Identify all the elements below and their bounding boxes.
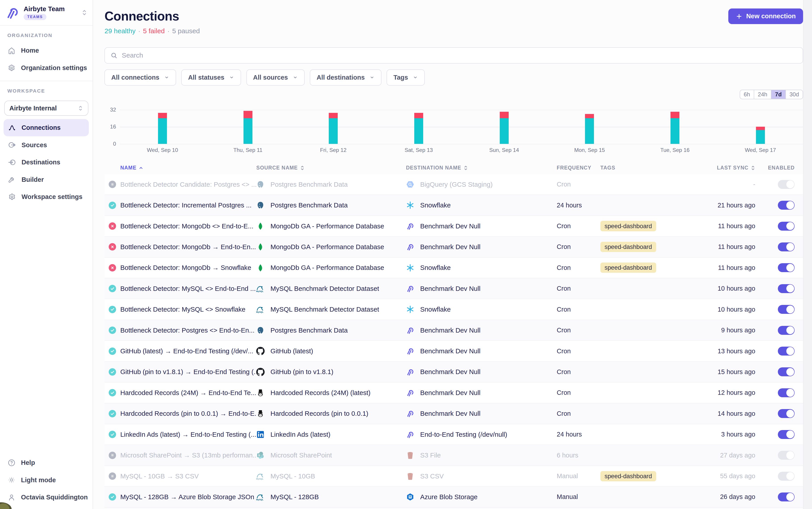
source-name: MongoDb GA - Performance Database <box>270 223 384 230</box>
column-header-enabled: ENABLED <box>755 165 803 171</box>
table-row[interactable]: Bottleneck Detector: MongoDb → End-to-En… <box>104 237 803 258</box>
enabled-toggle[interactable] <box>778 326 794 335</box>
destination-name: End-to-End Testing (/dev/null) <box>420 431 507 438</box>
new-connection-button[interactable]: New connection <box>728 8 803 24</box>
sidebar-item-label: Connections <box>22 124 61 131</box>
connection-name: Bottleneck Detector: MySQL <> End-to-End… <box>120 285 256 293</box>
search-input[interactable] <box>122 52 798 59</box>
column-header-source[interactable]: SOURCE NAME <box>256 165 406 171</box>
organization-section-label: ORGANIZATION <box>0 26 93 42</box>
last-sync: 55 days ago <box>699 472 755 480</box>
enabled-toggle[interactable] <box>778 367 794 376</box>
source-name: Hardcoded Records (pin to 0.0.1) <box>270 410 368 417</box>
enabled-toggle[interactable] <box>778 388 794 397</box>
connection-name: Bottleneck Detector: Postgres <> End-to-… <box>120 327 256 334</box>
table-row[interactable]: Bottleneck Detector: Postgres <> End-to-… <box>104 320 803 341</box>
enabled-toggle[interactable] <box>778 409 794 418</box>
chart-y-axis: 01632 <box>104 110 120 144</box>
workspace-selector[interactable]: Airbyte Internal <box>4 101 88 116</box>
airbyte-icon <box>406 388 415 397</box>
sidebar-item-connections[interactable]: Connections <box>4 119 89 136</box>
table-row[interactable]: Microsoft SharePoint → S3 (13mb performa… <box>104 445 803 466</box>
airbyte-icon <box>406 243 415 251</box>
table-row[interactable]: MySQL - 128GB → Azure Blob Storage JSOn … <box>104 487 803 507</box>
filter-all-statuses[interactable]: All statuses <box>181 69 241 86</box>
org-switcher-chevrons-icon <box>82 9 87 16</box>
mongodb-icon <box>256 222 265 230</box>
sidebar-item-light-mode[interactable]: Light mode <box>0 471 93 489</box>
destination-icon <box>8 158 16 167</box>
airbyte-icon <box>406 284 415 293</box>
enabled-toggle[interactable] <box>778 242 794 251</box>
frequency: 24 hours <box>557 202 600 209</box>
github-icon <box>256 368 265 376</box>
column-header-destination[interactable]: DESTINATION NAME <box>406 165 557 171</box>
org-switcher[interactable]: Airbyte Team TEAMS <box>0 0 93 25</box>
table-row[interactable]: GitHub (latest) → End-to-End Testing (/d… <box>104 341 803 362</box>
table-row[interactable]: Bottleneck Detector: MySQL <> End-to-End… <box>104 278 803 299</box>
filter-tags[interactable]: Tags <box>387 69 425 86</box>
enabled-toggle[interactable] <box>778 430 794 439</box>
enabled-toggle[interactable] <box>778 305 794 314</box>
airbyte-app: Airbyte Team TEAMS ORGANIZATION Home Org… <box>0 0 812 509</box>
azureblob-icon <box>406 493 415 501</box>
sidebar-item-help[interactable]: Help <box>0 454 93 472</box>
enabled-toggle[interactable] <box>778 472 794 481</box>
airbyte-logo-icon <box>5 6 20 20</box>
table-row[interactable]: Bottleneck Detector: MongoDb <> End-to-E… <box>104 216 803 237</box>
table-row[interactable]: Bottleneck Detector: Incremental Postgre… <box>104 195 803 216</box>
enabled-toggle[interactable] <box>778 451 794 460</box>
table-row[interactable]: Bottleneck Detector Candidate: Postgres … <box>104 174 803 195</box>
time-range-24h[interactable]: 24h <box>754 90 771 99</box>
scrollbar[interactable] <box>803 0 812 509</box>
enabled-toggle[interactable] <box>778 201 794 210</box>
table-row[interactable]: GitHub (pin to v1.8.1) → End-to-End Test… <box>104 362 803 382</box>
status-failed-icon <box>109 264 116 271</box>
column-header-last-sync[interactable]: LAST SYNC <box>699 165 755 171</box>
svg-text:S: S <box>258 454 260 457</box>
enabled-toggle[interactable] <box>778 180 794 189</box>
filter-all-sources[interactable]: All sources <box>247 69 305 86</box>
sidebar-item-home[interactable]: Home <box>0 42 93 59</box>
connection-name: Hardcoded Records (24M) → End-to-End Te.… <box>120 389 256 397</box>
source-name: MySQL - 10GB <box>270 472 315 480</box>
enabled-toggle[interactable] <box>778 263 794 272</box>
table-row[interactable]: Hardcoded Records (pin to 0.0.1) → End-t… <box>104 404 803 424</box>
sidebar-item-workspace-settings[interactable]: Workspace settings <box>4 188 89 206</box>
enabled-toggle[interactable] <box>778 222 794 231</box>
svg-text:MySQL: MySQL <box>256 290 264 293</box>
sidebar-item-user[interactable]: Octavia Squiddington <box>0 489 93 506</box>
table-row[interactable]: Bottleneck Detector: MySQL <> Snowflake … <box>104 299 803 320</box>
status-healthy-icon <box>109 410 116 417</box>
table-row[interactable]: Hardcoded Records (24M) → End-to-End Te.… <box>104 382 803 403</box>
plus-icon <box>736 13 743 20</box>
enabled-toggle[interactable] <box>778 493 794 501</box>
chart-bar <box>329 113 338 144</box>
workspace-nav: Connections Sources Destinations Builder… <box>0 118 93 206</box>
last-sync: 12 hours ago <box>699 389 755 396</box>
frequency: Cron <box>557 347 600 355</box>
airbyte-icon <box>406 347 415 355</box>
time-range-30d[interactable]: 30d <box>785 90 803 99</box>
time-range-6h[interactable]: 6h <box>740 90 754 99</box>
table-row[interactable]: LinkedIn Ads (latest) → End-to-End Testi… <box>104 424 803 445</box>
frequency: Cron <box>557 368 600 376</box>
enabled-toggle[interactable] <box>778 284 794 293</box>
sidebar-item-destinations[interactable]: Destinations <box>4 154 89 171</box>
source-name: GitHub (pin to v1.8.1) <box>270 368 333 376</box>
time-range-7d[interactable]: 7d <box>771 90 785 99</box>
column-header-name[interactable]: NAME <box>120 165 256 171</box>
table-row[interactable]: MySQL - 10GB → S3 CSV MySQLMySQL - 10GB … <box>104 466 803 487</box>
filter-all-connections[interactable]: All connections <box>104 69 176 86</box>
filter-all-destinations[interactable]: All destinations <box>310 69 382 86</box>
destination-name: Benchmark Dev Null <box>420 410 481 417</box>
bar-segment-succeeded <box>158 118 167 144</box>
sidebar-item-builder[interactable]: Builder <box>4 171 89 189</box>
tags: speed-dashboard <box>600 263 699 273</box>
sidebar-item-organization-settings[interactable]: Organization settings <box>0 59 93 77</box>
enabled-toggle[interactable] <box>778 347 794 355</box>
mysql-icon: MySQL <box>256 284 265 293</box>
sidebar-item-sources[interactable]: Sources <box>4 136 89 154</box>
table-row[interactable]: Bottleneck Detector: MongoDb → Snowflake… <box>104 258 803 278</box>
frequency: Cron <box>557 223 600 230</box>
